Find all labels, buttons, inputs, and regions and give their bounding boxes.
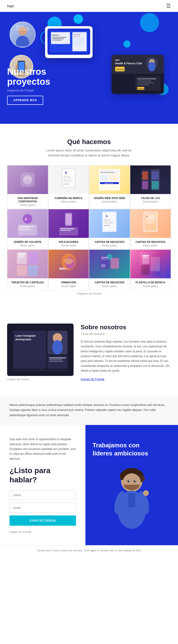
sobre-img-box: Learn Instagram photography xyxy=(7,324,74,376)
svg-rect-42 xyxy=(63,180,72,181)
svg-rect-81 xyxy=(146,222,153,223)
svg-text:Ⅴ: Ⅴ xyxy=(24,217,27,221)
hamburger-menu-icon[interactable]: ☰ xyxy=(166,3,171,9)
svg-rect-83 xyxy=(28,252,38,264)
contact-intro: Duis aute irure dolor in reprehenderit i… xyxy=(9,437,76,461)
contact-img-caption: Imagen de Freepik xyxy=(9,530,76,533)
que-hacemos-subtitle: Lorem ipsum dolor sit amet, consectetur … xyxy=(42,148,136,158)
hero-laptop: Diseñ it john Smith Book Cover xyxy=(45,26,92,58)
grid-item-0[interactable]: UNA IDENTIDAD CORPORATIVA Diseño gráfico xyxy=(7,165,48,209)
hero-section: We're a g... consultatio... Diseñ it xyxy=(0,12,178,124)
svg-rect-54 xyxy=(142,172,148,180)
grid-item-11[interactable]: PLANTILLA DE MÚSICA Diseño gráfico xyxy=(130,250,171,290)
svg-rect-86 xyxy=(18,253,25,255)
svg-point-111 xyxy=(52,340,63,354)
hero-image-credit: Imágenes de Freepik xyxy=(7,89,50,92)
svg-rect-122 xyxy=(128,493,135,507)
svg-point-126 xyxy=(127,480,130,482)
svg-rect-96 xyxy=(101,257,108,258)
grid-item-label-0: UNA IDENTIDAD CORPORATIVA Diseño gráfico xyxy=(7,194,48,209)
svg-rect-30 xyxy=(137,80,151,82)
footer-note: Sample text. Click to select the text bo… xyxy=(0,545,178,556)
sobre-img-caption: Imagen de Freepik xyxy=(7,378,74,381)
contact-question: ¿Listo para hablar? xyxy=(9,466,76,484)
svg-point-127 xyxy=(134,480,136,482)
sobre-title: Sobre nosotros xyxy=(81,324,171,331)
quote-text: Mauris pellentesque pulvinar pellentesqu… xyxy=(9,402,169,418)
hero-circle-portrait: We're a g... consultatio... xyxy=(9,22,36,48)
grid-item-label-5: APLICACIONES Diseño digital xyxy=(48,238,89,249)
hero-text: Nuestros proyectos Imágenes de Freepik A… xyxy=(7,67,50,105)
svg-rect-102 xyxy=(141,265,149,275)
svg-text:Get in Touch: Get in Touch xyxy=(105,182,113,184)
svg-rect-80 xyxy=(146,221,155,222)
svg-rect-12 xyxy=(52,37,67,38)
svg-rect-32 xyxy=(137,84,149,85)
grid-item-6[interactable]: b Book Cover john Smith CARTAS DE NEGOCI… xyxy=(89,209,130,250)
grid-item-7[interactable]: b CARTAS DE NEGOCIOS Diseño gráfico xyxy=(130,209,171,250)
hero-fitness-card: BIBE Health & Fitness Club Join Now Read… xyxy=(111,55,164,94)
svg-rect-67 xyxy=(60,228,75,229)
grid-item-label-9: ANIMACIÓN Diseño digital xyxy=(48,278,89,290)
grid-item-label-11: PLANTILLA DE MÚSICA Diseño gráfico xyxy=(130,278,171,290)
hero-title: Nuestros proyectos xyxy=(7,67,50,87)
grid-item-2[interactable]: Get Free SEO Advice Get in Touch DISEÑO … xyxy=(89,165,130,209)
svg-point-1 xyxy=(16,36,29,46)
email-input[interactable] xyxy=(9,503,76,512)
svg-text:photography: photography xyxy=(15,338,32,341)
grid-item-img-3 xyxy=(130,166,171,194)
contact-button[interactable]: CONTÁCTEÑOS xyxy=(9,516,76,526)
svg-rect-56 xyxy=(142,181,148,189)
svg-rect-103 xyxy=(143,255,149,256)
svg-text:john Smith: john Smith xyxy=(104,225,110,226)
svg-rect-41 xyxy=(63,178,74,179)
grid-item-label-1: CAMPAÑA DE MARCA Diseño gráfico xyxy=(48,194,89,206)
contact-form: CONTÁCTEÑOS xyxy=(9,490,76,526)
svg-rect-73 xyxy=(104,222,115,222)
que-hacemos-title: Qué hacemos xyxy=(7,138,171,146)
svg-rect-48 xyxy=(100,175,108,181)
grid-item-label-10: CARTAS DE NEGOCIOS Diseño gráfico xyxy=(89,278,130,290)
svg-rect-31 xyxy=(137,82,154,83)
grid-item-1[interactable]: b Book Cover john Smith CAMPAÑA DE MARCA… xyxy=(48,165,89,209)
svg-text:john Smith: john Smith xyxy=(63,183,69,185)
svg-rect-94 xyxy=(111,258,119,269)
hero-visual: We're a g... consultatio... Diseñ it xyxy=(7,19,171,110)
svg-rect-55 xyxy=(152,172,159,180)
svg-point-27 xyxy=(148,62,156,72)
person-illustration xyxy=(108,462,156,529)
svg-rect-57 xyxy=(152,181,159,189)
grid-item-img-2: Get Free SEO Advice Get in Touch xyxy=(89,166,130,194)
svg-text:Get Free SEO Advice: Get Free SEO Advice xyxy=(101,172,114,173)
svg-text:Book Cover: Book Cover xyxy=(104,219,110,221)
grid-item-label-6: CARTAS DE NEGOCIOS Diseño gráfico xyxy=(89,238,130,249)
grid-item-9[interactable]: BEST DAY EVER ANIMACIÓN Diseño digital xyxy=(48,250,89,290)
svg-rect-116 xyxy=(13,370,68,371)
svg-rect-65 xyxy=(66,214,72,225)
grid-item-3[interactable]: CAJAS DE LUZ Diseño gráfico xyxy=(130,165,171,209)
svg-rect-115 xyxy=(49,361,63,362)
sobre-link[interactable]: Imagen de Freepik xyxy=(81,378,104,381)
grid-item-img-0 xyxy=(7,166,48,194)
svg-text:Book Cover: Book Cover xyxy=(63,176,71,178)
name-input[interactable] xyxy=(9,490,76,500)
sobre-section: Learn Instagram photography Imagen de Fr… xyxy=(0,309,178,396)
grid-item-img-8 xyxy=(7,250,48,278)
footer-text: Sample text. Click to select the text bo… xyxy=(3,549,175,552)
header: logo ☰ xyxy=(0,0,178,12)
svg-rect-84 xyxy=(17,265,27,276)
grid-item-label-2: DISEÑO WEB SITIO WEB Diseño gráfico xyxy=(89,194,130,206)
sobre-image-container: Learn Instagram photography Imagen de Fr… xyxy=(7,324,74,381)
grid-item-10[interactable]: CARTAS DE NEGOCIOS Diseño gráfico xyxy=(89,250,130,290)
svg-rect-87 xyxy=(18,255,24,256)
sobre-content: Sobre nosotros Título de muestra El artí… xyxy=(81,324,171,381)
grid-item-5[interactable]: APLICACIONES Diseño digital xyxy=(48,209,89,250)
svg-rect-113 xyxy=(49,357,66,358)
grid-item-4[interactable]: Ⅴ DISEÑO DE VOLANTE Diseño gráfico xyxy=(7,209,48,250)
learn-more-button[interactable]: APRENDE MÁS xyxy=(7,96,43,105)
svg-rect-18 xyxy=(74,38,84,45)
grid-item-8[interactable]: TARJETAS DE CARTELES Diseño gráfico xyxy=(7,250,48,290)
grid-item-img-6: b Book Cover john Smith xyxy=(89,209,130,238)
svg-rect-43 xyxy=(63,182,73,182)
svg-text:consultatio...: consultatio... xyxy=(16,27,22,28)
